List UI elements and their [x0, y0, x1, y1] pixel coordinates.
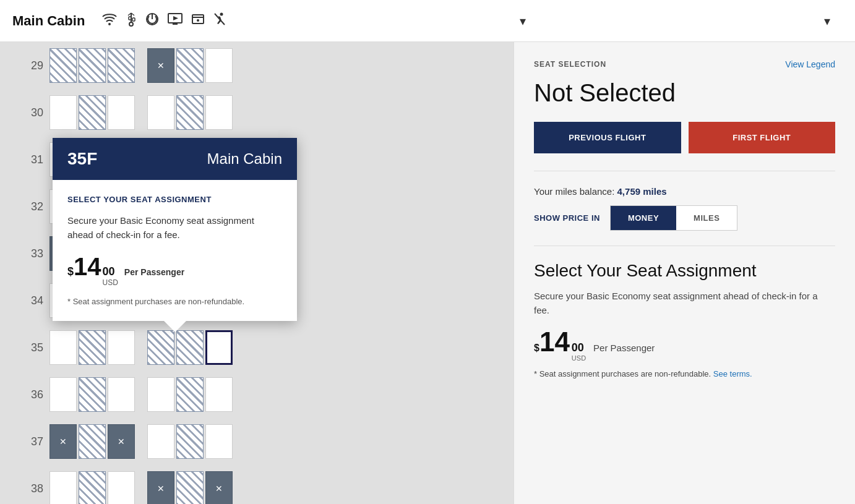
- seats-left: [49, 471, 135, 504]
- price-currency: USD: [103, 278, 118, 287]
- row-number: 33: [19, 247, 43, 260]
- list-item[interactable]: [147, 377, 174, 412]
- assign-dollar-sign: $: [534, 343, 539, 354]
- list-item[interactable]: [205, 48, 233, 83]
- list-item[interactable]: [176, 330, 204, 365]
- popup-seat-id: 35F: [67, 149, 97, 169]
- table-row: 30: [49, 89, 260, 136]
- assign-section: Select Your Seat Assignment Secure your …: [534, 261, 835, 378]
- list-item[interactable]: [147, 330, 174, 365]
- row-number: 31: [19, 153, 43, 166]
- seats-left: [49, 95, 135, 130]
- seat-selection-label: SEAT SELECTION: [534, 60, 606, 69]
- main-layout: 29 ✕ 30: [0, 42, 855, 504]
- list-item[interactable]: [176, 95, 204, 130]
- first-flight-button[interactable]: FIRST FLIGHT: [689, 122, 836, 153]
- list-item: ✕: [49, 424, 77, 459]
- list-item[interactable]: [49, 471, 77, 504]
- list-item[interactable]: [79, 95, 106, 130]
- seats-left: [49, 377, 135, 412]
- list-item[interactable]: [108, 95, 135, 130]
- list-item[interactable]: [205, 95, 233, 130]
- header-right-chevron[interactable]: ▾: [824, 14, 830, 28]
- list-item[interactable]: [79, 471, 106, 504]
- miles-balance-value: 4,759 miles: [617, 186, 667, 197]
- list-item: ✕: [147, 48, 174, 83]
- list-item[interactable]: [176, 377, 204, 412]
- see-terms-link[interactable]: See terms.: [713, 369, 752, 378]
- list-item[interactable]: [108, 471, 135, 504]
- divider-2: [534, 246, 835, 246]
- not-selected-label: Not Selected: [534, 79, 835, 107]
- row-number: 35: [19, 341, 43, 354]
- assign-per-passenger: Per Passenger: [593, 343, 655, 353]
- seats-right: [147, 330, 233, 365]
- seat-map-area: 29 ✕ 30: [0, 42, 513, 504]
- table-row: 29 ✕: [49, 42, 260, 89]
- svg-point-6: [129, 22, 133, 26]
- popup-body: SELECT YOUR SEAT ASSIGNMENT Secure your …: [53, 180, 297, 321]
- toggle-money-button[interactable]: MONEY: [611, 206, 676, 230]
- table-row: 36: [49, 371, 260, 418]
- svg-point-16: [220, 13, 223, 16]
- list-item[interactable]: [79, 377, 106, 412]
- view-legend-link[interactable]: View Legend: [785, 59, 835, 69]
- assign-cents: 00: [572, 341, 586, 354]
- list-item[interactable]: [108, 330, 135, 365]
- list-item[interactable]: [49, 377, 77, 412]
- svg-point-15: [197, 19, 199, 22]
- previous-flight-button[interactable]: PREVIOUS FLIGHT: [534, 122, 681, 153]
- amenity-icons: [102, 12, 226, 30]
- seats-right: [147, 377, 233, 412]
- list-item[interactable]: [147, 424, 174, 459]
- svg-marker-12: [173, 16, 178, 20]
- seats-left: [49, 330, 135, 365]
- divider-1: [534, 171, 835, 171]
- list-item[interactable]: [147, 95, 174, 130]
- seat-selection-header: SEAT SELECTION View Legend: [534, 59, 835, 69]
- miles-section: Your miles balance: 4,759 miles SHOW PRI…: [534, 186, 835, 231]
- list-item[interactable]: [79, 330, 106, 365]
- assign-price-main: 14: [539, 328, 570, 356]
- header-bar: Main Cabin: [0, 0, 855, 42]
- right-panel: SEAT SELECTION View Legend Not Selected …: [513, 42, 855, 504]
- list-item[interactable]: [205, 377, 233, 412]
- list-item[interactable]: [176, 48, 204, 83]
- assign-price-details: 00 USD: [572, 341, 586, 362]
- list-item[interactable]: [108, 377, 135, 412]
- list-item[interactable]: [49, 330, 77, 365]
- popup-note: * Seat assignment purchases are non-refu…: [67, 297, 282, 306]
- row-number: 34: [19, 294, 43, 307]
- popup-description: Secure your Basic Economy seat assignmen…: [67, 214, 282, 242]
- popup-price: $ 14 00 USD Per Passenger: [67, 254, 282, 287]
- toggle-miles-button[interactable]: MILES: [676, 206, 737, 230]
- selected-seat[interactable]: [205, 330, 233, 365]
- list-item[interactable]: [79, 48, 106, 83]
- show-price-label: SHOW PRICE IN: [534, 213, 600, 223]
- seat-popup: 35F Main Cabin SELECT YOUR SEAT ASSIGNME…: [53, 138, 297, 321]
- header-left: Main Cabin: [12, 12, 526, 30]
- list-item[interactable]: [49, 95, 77, 130]
- assign-description: Secure your Basic Economy seat assignmen…: [534, 289, 835, 317]
- cabin-expand-button[interactable]: ▾: [520, 14, 526, 28]
- row-number: 30: [19, 106, 43, 119]
- seats-left: ✕ ✕: [49, 424, 135, 459]
- power-icon: [145, 12, 159, 29]
- list-item[interactable]: [176, 424, 204, 459]
- list-item[interactable]: [108, 48, 135, 83]
- miles-balance-label: Your miles balance:: [534, 186, 614, 197]
- assign-usd: USD: [572, 354, 586, 362]
- table-row: 37 ✕ ✕: [49, 418, 260, 465]
- seats-left: [49, 48, 135, 83]
- price-toggle: SHOW PRICE IN MONEY MILES: [534, 205, 835, 231]
- seats-right: ✕ ✕: [147, 471, 233, 504]
- table-row: 38 ✕ ✕: [49, 465, 260, 504]
- list-item: ✕: [147, 471, 174, 504]
- list-item[interactable]: [205, 424, 233, 459]
- seats-right: [147, 424, 233, 459]
- list-item[interactable]: [79, 424, 106, 459]
- assign-price: $ 14 00 USD Per Passenger: [534, 328, 835, 362]
- list-item[interactable]: [176, 471, 204, 504]
- list-item[interactable]: [49, 48, 77, 83]
- assign-title: Select Your Seat Assignment: [534, 261, 835, 281]
